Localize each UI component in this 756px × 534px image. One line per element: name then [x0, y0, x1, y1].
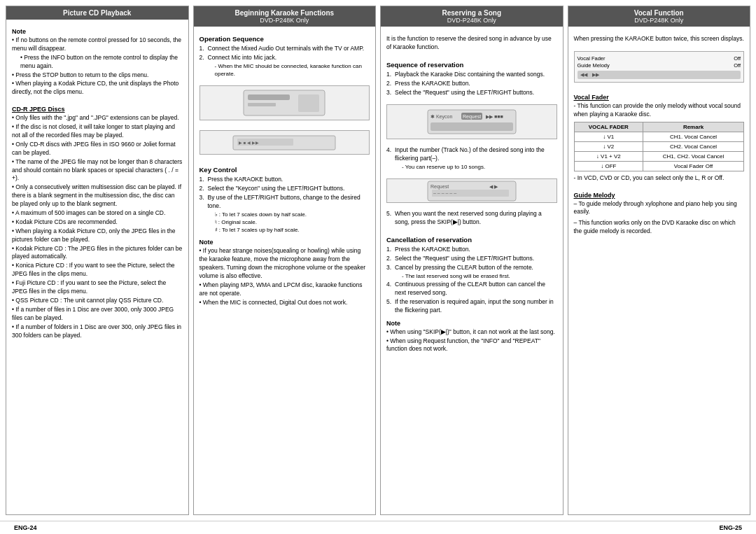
- col1-cdr-list: Only files with the ".jpg" and ".JPG" ex…: [12, 114, 183, 339]
- col2-key-control-section: Key Control Press the KARAOKE button. Se…: [200, 162, 370, 234]
- svg-text:✱ Keycon: ✱ Keycon: [430, 114, 452, 120]
- col3-svg-1: ✱ Keycon Request ▶▶ ■■■: [426, 108, 517, 135]
- list-item: Kodak Picture CD : The JPEG files in the…: [12, 245, 183, 262]
- list-item: Connect the Mixed Audio Out terminals wi…: [200, 45, 370, 53]
- col1-note-list: If no buttons on the remote control pres…: [12, 36, 183, 97]
- col3-diagram-2: Request – – – – – – ◀ ▶: [386, 178, 557, 203]
- col4-intro: When pressing the KARAOKE button twice, …: [574, 35, 745, 43]
- col4-guide-melody-item-1: – To guide melody through xylophone and …: [574, 200, 745, 217]
- col3-seq-list-cont: Input the number (Track No.) of the desi…: [386, 146, 557, 171]
- col3-seq-list: Playback the Karaoke Disc containing the…: [386, 71, 557, 97]
- list-item: If a number of files in 1 Disc are over …: [12, 306, 183, 323]
- arrow-down-icon: ↓: [601, 163, 603, 169]
- list-item: Continuous pressing of the CLEAR button …: [386, 281, 557, 297]
- list-item: Only a consecutively written multisessio…: [12, 183, 183, 209]
- col4-vocal-display: Vocal Fader Off Guide Melody Off ◀◀ ▶▶: [574, 51, 745, 83]
- col2-header: Beginning Karaoke Functions DVD-P248K On…: [194, 6, 376, 27]
- col3-diagram-1: ✱ Keycon Request ▶▶ ■■■: [386, 104, 557, 139]
- table-row: ↓ V1 + V2 CH1, CH2. Vocal Cancel: [574, 151, 744, 161]
- list-item: Only files with the ".jpg" and ".JPG" ex…: [12, 114, 183, 122]
- col3-note-title: Note: [386, 320, 557, 327]
- vocal-fader-table: VOCAL FADER Remark ↓ V1 CH1. Vocal Cance…: [574, 122, 745, 171]
- svg-text:– – – – – –: – – – – – –: [433, 190, 456, 195]
- list-item: When using Request function, the "INFO" …: [386, 337, 557, 354]
- column-karaoke: Beginning Karaoke Functions DVD-P248K On…: [193, 6, 377, 515]
- table-row: ↓ V2 CH2. Vocal Cancel: [574, 141, 744, 151]
- col1-cdr-title: CD-R JPEG Discs: [12, 106, 183, 113]
- list-item: Press the STOP button to return to the c…: [12, 71, 183, 80]
- col2-key-control-title: Key Control: [200, 166, 370, 174]
- list-item: Cancel by pressing the CLEAR button of t…: [386, 264, 557, 280]
- col1-header: Picture CD Playback: [6, 6, 188, 20]
- svg-rect-3: [298, 94, 319, 112]
- col4-vocal-fader-title: Vocal Fader: [574, 94, 745, 101]
- col3-seq-list-5: When you want the next reserved song dur…: [386, 210, 557, 227]
- col4-vocal-fader-note: - In VCD, CVD or CD, you can select only…: [574, 174, 745, 183]
- list-item: Press the KARAOKE button.: [200, 176, 370, 184]
- list-item: Press the KARAOKE button.: [386, 80, 557, 88]
- col4-header: Vocal Function DVD-P248K Only: [568, 6, 750, 27]
- list-item: When playing MP3, WMA and LPCM disc, kar…: [200, 281, 370, 298]
- footer-left: ENG-24: [14, 524, 37, 531]
- col2-note-list: If you hear strange noises(squealing or …: [200, 247, 370, 307]
- list-item: When using "SKIP(▶|)" button, it can not…: [386, 328, 557, 337]
- svg-rect-12: [430, 122, 513, 131]
- table-row: ↓ OFF Vocal Fader Off: [574, 161, 744, 171]
- list-item: Select the "Request" using the LEFT/RIGH…: [386, 255, 557, 263]
- arrow-down-icon: ↓: [603, 134, 606, 140]
- col4-vocal-fader-section: Vocal Fader - This function can provide …: [574, 90, 745, 183]
- list-item: If no buttons on the remote control pres…: [12, 36, 183, 53]
- footer-right: ENG-25: [719, 524, 742, 531]
- col4-guide-melody-item-2: – This function works only on the DVD Ka…: [574, 219, 745, 236]
- col3-header: Reserving a Song DVD-P248K Only: [381, 6, 563, 27]
- list-item: By use of the LEFT/RIGHT buttons, change…: [200, 194, 370, 234]
- svg-text:◀ ▶: ◀ ▶: [489, 184, 498, 189]
- arrow-down-icon: ↓: [603, 143, 606, 150]
- list-item: Select the "Keycon" using the LEFT/RIGHT…: [200, 185, 370, 193]
- col1-note-section: Note If no buttons on the remote control…: [12, 28, 183, 97]
- col2-note-section: Note If you hear strange noises(squealin…: [200, 239, 370, 307]
- col3-note-list: When using "SKIP(▶|)" button, it can not…: [386, 328, 557, 354]
- column-picture-cd: Picture CD Playback Note If no buttons o…: [6, 6, 189, 515]
- karaoke-diagram-2: ▶ ■ ◀ ▶▶: [200, 130, 370, 155]
- col3-seq-title: Sequence of reservation: [386, 61, 557, 69]
- svg-rect-2: [248, 103, 276, 106]
- list-item: Input the number (Track No.) of the desi…: [386, 146, 557, 171]
- device-svg-2: ▶ ■ ◀ ▶▶: [232, 133, 337, 153]
- list-item: Only CD-R discs with JPEG files in ISO 9…: [12, 141, 183, 157]
- col3-cancel-section: Cancellation of reservation Press the KA…: [386, 232, 557, 315]
- svg-text:▶▶ ■■■: ▶▶ ■■■: [486, 114, 503, 119]
- svg-text:▶ ■ ◀ ▶▶: ▶ ■ ◀ ▶▶: [239, 141, 259, 145]
- list-item: If the reservation is required again, in…: [386, 298, 557, 315]
- svg-text:Request: Request: [463, 114, 481, 120]
- col3-seq-section: Sequence of reservation Playback the Kar…: [386, 57, 557, 98]
- col3-svg-2: Request – – – – – – ◀ ▶: [426, 180, 517, 202]
- column-vocal: Vocal Function DVD-P248K Only When press…: [568, 6, 751, 515]
- list-item: When the MIC is connected, Digital Out d…: [200, 299, 370, 307]
- list-item: Connect Mic into Mic jack. - When the MI…: [200, 54, 370, 78]
- col2-note-title: Note: [200, 239, 370, 246]
- svg-rect-1: [248, 94, 290, 100]
- list-item: A maximum of 500 images can be stored on…: [12, 209, 183, 218]
- list-item: If you hear strange noises(squealing or …: [200, 247, 370, 281]
- col3-note-section: Note When using "SKIP(▶|)" button, it ca…: [386, 320, 557, 355]
- col2-op-seq-list: Connect the Mixed Audio Out terminals wi…: [200, 45, 370, 78]
- column-reserving: Reserving a Song DVD-P248K Only It is th…: [380, 6, 564, 515]
- list-item: When playing a Kodak Picture CD, the uni…: [12, 80, 183, 97]
- list-item: QSS Picture CD : The unit cannot play QS…: [12, 297, 183, 305]
- svg-text:Request: Request: [430, 184, 449, 190]
- arrow-down-icon: ↓: [596, 153, 599, 160]
- col4-guide-melody-title: Guide Melody: [574, 192, 745, 199]
- list-item: Press the INFO button on the remote cont…: [12, 54, 183, 71]
- list-item: If the disc is not closed, it will take …: [12, 123, 183, 140]
- list-item: When you want the next reserved song dur…: [386, 210, 557, 227]
- list-item: Kodak Picture CDs are recommended.: [12, 218, 183, 227]
- table-header-vocal-fader: VOCAL FADER: [574, 122, 643, 132]
- table-header-remark: Remark: [643, 122, 744, 132]
- col3-cancel-list: Press the KARAOKE button. Select the "Re…: [386, 246, 557, 314]
- col1-cdr-section: CD-R JPEG Discs Only files with the ".jp…: [12, 101, 183, 340]
- col3-cancel-title: Cancellation of reservation: [386, 236, 557, 244]
- col2-op-seq-section: Operation Sequence Connect the Mixed Aud…: [200, 35, 370, 78]
- list-item: Fuji Picture CD : If you want to see the…: [12, 279, 183, 296]
- list-item: If a number of folders in 1 Disc are ove…: [12, 323, 183, 340]
